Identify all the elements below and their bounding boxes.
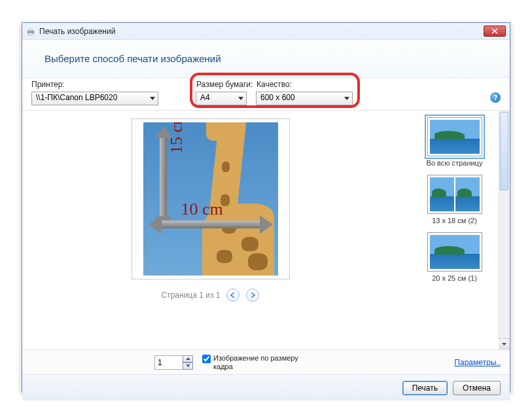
preview-image: 15 cm 10 cm <box>143 122 278 276</box>
header: Выберите способ печати изображений <box>22 40 510 78</box>
quality-dropdown[interactable]: 600 x 600 <box>256 92 353 105</box>
layout-label: 13 x 18 см (2) <box>412 217 497 224</box>
preview-frame: 15 cm 10 cm <box>132 118 290 279</box>
prev-page-button[interactable] <box>226 289 239 302</box>
copies-up-button[interactable] <box>183 355 193 363</box>
options-row: Принтер: Размер бумаги: Качество: \\1-ПК… <box>22 78 510 111</box>
fit-to-frame-checkbox[interactable] <box>202 355 211 363</box>
svg-rect-2 <box>29 33 33 35</box>
window-title: Печать изображений <box>39 27 115 36</box>
copies-input[interactable] <box>154 355 183 370</box>
quality-label: Качество: <box>257 80 292 89</box>
layout-full-page[interactable]: Во всю страницу <box>412 117 497 167</box>
pager: Страница 1 из 1 <box>162 289 260 302</box>
scrollbar[interactable] <box>499 111 510 349</box>
titlebar: Печать изображений <box>22 23 510 40</box>
paper-label: Размер бумаги: <box>196 80 253 89</box>
paper-size-dropdown[interactable]: A4 <box>196 92 247 105</box>
layout-label: 20 x 25 см (1) <box>412 274 497 282</box>
print-dialog: Печать изображений Выберите способ печат… <box>22 22 510 393</box>
preview-column: 15 cm 10 cm Страница 1 из 1 <box>22 111 399 349</box>
layout-label: Во всю страницу <box>412 159 497 167</box>
scroll-thumb[interactable] <box>500 112 508 190</box>
layouts-column: Во всю страницу 13 x 18 см (2) 20 x 25 с… <box>399 111 510 349</box>
svg-rect-1 <box>29 27 33 30</box>
close-button[interactable] <box>484 26 506 37</box>
pager-text: Страница 1 из 1 <box>162 291 221 300</box>
scroll-down-button[interactable] <box>499 338 510 349</box>
layout-13x18[interactable]: 13 x 18 см (2) <box>412 175 497 224</box>
header-text: Выберите способ печати изображений <box>44 53 221 64</box>
cancel-button[interactable]: Отмена <box>453 381 501 395</box>
action-bar: Печать Отмена <box>22 374 510 400</box>
width-label: 10 cm <box>181 200 223 219</box>
print-button[interactable]: Печать <box>402 381 448 395</box>
printer-icon <box>26 27 35 36</box>
body: 15 cm 10 cm Страница 1 из 1 Во всю стран… <box>22 111 510 349</box>
copies-control <box>154 355 193 370</box>
next-page-button[interactable] <box>246 289 259 302</box>
printer-label: Принтер: <box>31 80 65 89</box>
footer-row: Изображение по размеру кадра Параметры.. <box>22 349 510 374</box>
height-label: 15 cm <box>167 122 186 154</box>
printer-dropdown[interactable]: \\1-ПК\Canon LBP6020 <box>31 92 158 105</box>
copies-down-button[interactable] <box>183 363 193 370</box>
parameters-link[interactable]: Параметры.. <box>454 358 501 367</box>
layout-20x25[interactable]: 20 x 25 см (1) <box>412 232 497 282</box>
fit-to-frame-label: Изображение по размеру кадра <box>213 354 300 371</box>
help-icon[interactable]: ? <box>490 92 501 103</box>
